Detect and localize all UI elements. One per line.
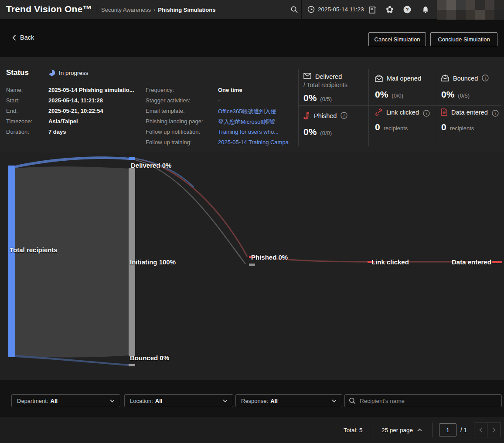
detail-value: - xyxy=(218,97,220,104)
stat-detail: (0/0) xyxy=(392,92,403,99)
flow-total-initiating[interactable] xyxy=(15,166,129,357)
pager-divider xyxy=(432,423,432,437)
stat-detail: recipients xyxy=(450,125,474,132)
node-data-entered[interactable] xyxy=(492,261,502,263)
svg-text:?: ? xyxy=(405,7,409,12)
stat-label: Delivered xyxy=(315,73,342,81)
recipient-search xyxy=(344,394,502,407)
info-icon[interactable]: i xyxy=(341,112,347,119)
stat-value: 0% xyxy=(303,127,317,137)
detail-label: Start: xyxy=(6,97,20,104)
label-phished: Phished 0% xyxy=(251,254,288,261)
stats-divider xyxy=(368,69,369,146)
total-count: Total: 5 xyxy=(344,417,363,443)
svg-text:i: i xyxy=(344,113,345,118)
mail-closed-icon xyxy=(303,73,311,79)
followup-notification-link[interactable]: Training for users who... xyxy=(218,129,279,135)
label-initiating: Initiating 100% xyxy=(130,258,176,266)
flow-delivered-remainder[interactable] xyxy=(135,160,245,264)
sankey-svg xyxy=(0,152,504,380)
pagination-bar: Total: 5 25 per page / 1 xyxy=(0,417,504,443)
brand-divider xyxy=(97,4,97,15)
breadcrumb-parent[interactable]: Security Awareness xyxy=(101,7,151,13)
prev-page-button[interactable] xyxy=(474,423,487,437)
status-state-text: In progress xyxy=(59,70,89,76)
filter-value: All xyxy=(270,398,278,404)
detail-label: Email template: xyxy=(146,108,185,114)
node-total-recipients[interactable] xyxy=(8,166,15,357)
back-label: Back xyxy=(20,34,34,41)
phishing-simulation-page: Trend Vision One™ Security Awareness›Phi… xyxy=(0,0,504,443)
release-notes-icon[interactable] xyxy=(366,3,378,16)
breadcrumb-separator: › xyxy=(151,7,158,13)
stat-label: Data entered xyxy=(451,108,488,116)
detail-label: Duration: xyxy=(6,129,29,135)
per-page-label: 25 per page xyxy=(381,427,413,433)
stat-bounced: Bounced i 0%(0/5) xyxy=(441,74,489,100)
chevron-right-icon xyxy=(492,427,496,433)
detail-label: Frequency: xyxy=(146,87,174,93)
console-time[interactable]: 2025-05-14 11:23 xyxy=(307,6,364,13)
detail-label: Phishing landing page: xyxy=(146,118,203,125)
pager-divider xyxy=(372,423,372,437)
funnel-sankey-chart: Delivered 0% Total recipients Initiating… xyxy=(0,152,504,380)
chevron-left-icon xyxy=(479,427,483,433)
svg-text:i: i xyxy=(426,111,427,116)
page-number-input[interactable] xyxy=(439,423,456,436)
hook-icon xyxy=(303,112,310,120)
detail-label: Name: xyxy=(6,87,23,93)
cancel-simulation-button[interactable]: Cancel Simulation xyxy=(368,32,426,46)
label-data-entered: Data entered xyxy=(452,258,491,266)
redacted-account-area[interactable] xyxy=(437,0,504,20)
conclude-simulation-button[interactable]: Conclude Simulation xyxy=(430,32,497,46)
apps-pinwheel-icon[interactable] xyxy=(384,3,396,16)
chevron-left-icon xyxy=(12,34,16,41)
link-icon xyxy=(375,108,382,116)
bounce-icon xyxy=(441,74,449,82)
page-count: / 1 xyxy=(460,417,467,443)
landing-page-link[interactable]: 登入您的Microsoft帳號 xyxy=(218,118,275,126)
svg-text:i: i xyxy=(494,111,496,116)
data-entered-icon xyxy=(441,108,447,116)
chevron-down-icon xyxy=(223,399,228,402)
recipient-search-input[interactable] xyxy=(359,397,497,405)
node-delivered[interactable] xyxy=(129,157,135,160)
detail-label: Follow up training: xyxy=(146,139,192,145)
stats-divider xyxy=(435,69,435,146)
location-filter-dropdown[interactable]: Location: All xyxy=(124,394,233,407)
search-icon xyxy=(349,397,356,404)
response-filter-dropdown[interactable]: Response: All xyxy=(235,394,342,407)
mail-open-icon xyxy=(375,74,383,82)
detail-label: Timezone: xyxy=(6,118,32,125)
back-button[interactable]: Back xyxy=(12,34,34,41)
stat-mail-opened: Mail opened 0%(0/0) xyxy=(375,74,421,100)
filter-label: Response: xyxy=(241,398,268,404)
next-page-button[interactable] xyxy=(487,423,501,437)
followup-training-link[interactable]: 2025-05-14 Training Campa xyxy=(218,139,289,145)
search-icon[interactable] xyxy=(288,3,300,16)
svg-text:i: i xyxy=(485,76,486,81)
help-icon[interactable]: ? xyxy=(401,3,413,16)
department-filter-dropdown[interactable]: Department: All xyxy=(11,394,120,407)
notifications-bell-icon[interactable] xyxy=(419,3,432,16)
chevron-down-icon xyxy=(110,399,115,402)
detail-value: 2025-05-14 Phishing simulatio... xyxy=(48,87,134,93)
detail-label: Follow up notification: xyxy=(146,129,200,135)
flow-delivered-phished[interactable] xyxy=(135,159,247,257)
stats-row-divider xyxy=(298,105,501,106)
label-delivered: Delivered 0% xyxy=(131,162,171,169)
status-title: Status xyxy=(6,68,29,77)
page-nav xyxy=(474,423,501,437)
email-template-link[interactable]: Office365帳號遭到入侵 xyxy=(218,108,276,115)
info-icon[interactable]: i xyxy=(492,110,499,117)
console-time-text: 2025-05-14 11:23 xyxy=(318,6,364,13)
stats-divider xyxy=(298,69,299,146)
info-icon[interactable]: i xyxy=(482,74,489,81)
detail-value: Asia/Taipei xyxy=(48,118,78,125)
node-bounced[interactable] xyxy=(129,364,135,366)
top-app-bar: Trend Vision One™ Security Awareness›Phi… xyxy=(0,0,504,20)
flow-total-delivered[interactable] xyxy=(15,156,129,168)
per-page-dropdown[interactable]: 25 per page xyxy=(381,417,422,443)
label-link-clicked: Link clicked xyxy=(371,258,409,266)
info-icon[interactable]: i xyxy=(423,110,430,117)
